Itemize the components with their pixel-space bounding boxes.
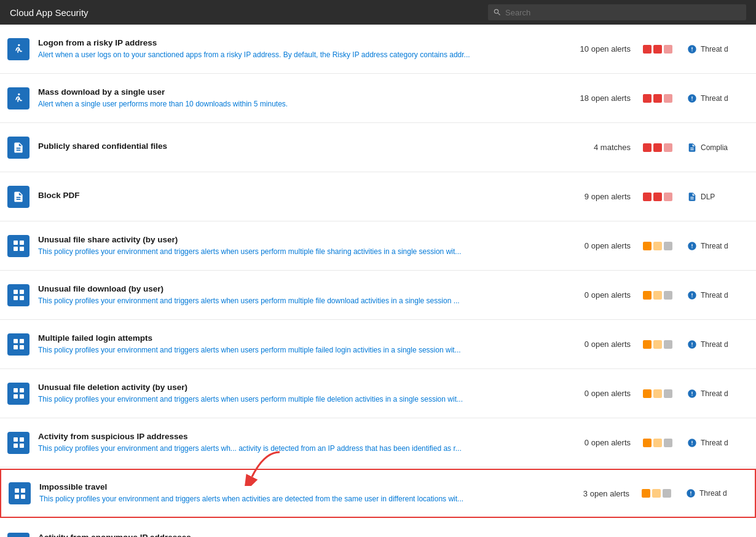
severity-block-2 bbox=[652, 489, 661, 498]
policy-alerts: 3 open alerts bbox=[568, 489, 642, 498]
policy-name: Unusual file download (by user) bbox=[38, 284, 569, 293]
severity-block-3 bbox=[664, 242, 672, 250]
policy-row[interactable]: Unusual file download (by user) This pol… bbox=[0, 271, 756, 320]
policy-type-label: Threat d bbox=[701, 439, 728, 447]
severity-block-2 bbox=[653, 94, 662, 103]
policy-icon bbox=[7, 186, 30, 208]
severity-block-2 bbox=[653, 291, 662, 300]
policy-icon bbox=[7, 383, 30, 405]
severity-block-2 bbox=[653, 242, 662, 250]
policy-description: This policy profiles your environment an… bbox=[38, 247, 481, 257]
search-bar[interactable] bbox=[488, 4, 746, 20]
policy-icon bbox=[7, 38, 30, 60]
threat-icon bbox=[687, 241, 697, 251]
file-icon bbox=[12, 141, 25, 154]
severity-block-3 bbox=[664, 94, 672, 103]
severity-block-3 bbox=[664, 143, 672, 152]
policy-row[interactable]: Block PDF 9 open alerts DLP bbox=[0, 172, 756, 221]
policy-content: Unusual file share activity (by user) Th… bbox=[38, 235, 569, 257]
policy-description: This policy profiles your environment an… bbox=[38, 394, 481, 405]
severity-block-3 bbox=[664, 291, 672, 300]
severity-block-2 bbox=[653, 389, 662, 398]
policy-type-label: Complia bbox=[701, 143, 728, 152]
policy-row[interactable]: Activity from suspicious IP addresses Th… bbox=[0, 418, 756, 467]
policy-type: Complia bbox=[687, 143, 749, 153]
person-run-icon bbox=[12, 43, 25, 55]
policy-row[interactable]: Multiple failed login attempts This poli… bbox=[0, 320, 756, 369]
policy-type: Threat d bbox=[687, 290, 749, 300]
severity-block-1 bbox=[643, 242, 652, 250]
policy-severity bbox=[643, 94, 677, 103]
policy-content: Multiple failed login attempts This poli… bbox=[38, 333, 569, 356]
search-input[interactable] bbox=[505, 8, 741, 17]
policy-content: Block PDF bbox=[38, 191, 569, 202]
severity-block-1 bbox=[643, 291, 652, 300]
policy-name: Unusual file share activity (by user) bbox=[38, 235, 569, 244]
policy-type: Threat d bbox=[687, 44, 749, 54]
policy-type: Threat d bbox=[687, 340, 749, 349]
compliance-icon bbox=[687, 143, 697, 153]
policy-alerts: 0 open alerts bbox=[569, 241, 643, 250]
severity-block-2 bbox=[653, 193, 662, 201]
threat-icon bbox=[687, 438, 697, 448]
policy-name: Unusual file deletion activity (by user) bbox=[38, 383, 569, 392]
app-title: Cloud App Security bbox=[10, 7, 89, 18]
search-icon bbox=[493, 8, 502, 17]
policy-row[interactable]: Mass download by a single user Alert whe… bbox=[0, 74, 756, 123]
policy-row[interactable]: Unusual file share activity (by user) Th… bbox=[0, 221, 756, 271]
threat-icon bbox=[686, 488, 696, 498]
policy-severity bbox=[643, 143, 677, 152]
policy-row[interactable]: Activity from anonymous IP addresses Thi… bbox=[0, 519, 756, 537]
policy-name: Mass download by a single user bbox=[38, 87, 569, 97]
severity-block-1 bbox=[643, 193, 652, 201]
policy-type-label: Threat d bbox=[699, 489, 727, 498]
policy-icon bbox=[7, 284, 30, 306]
severity-block-2 bbox=[653, 143, 662, 152]
policy-content: Activity from suspicious IP addresses Th… bbox=[38, 432, 569, 454]
policy-severity bbox=[643, 291, 677, 300]
policy-row[interactable]: Unusual file deletion activity (by user)… bbox=[0, 369, 756, 418]
threat-icon bbox=[687, 389, 697, 399]
dlp-icon bbox=[687, 192, 697, 202]
person-run-icon bbox=[12, 92, 25, 105]
policy-alerts: 4 matches bbox=[569, 143, 643, 152]
severity-block-3 bbox=[663, 489, 671, 498]
policy-row[interactable]: Impossible travel This policy profiles y… bbox=[0, 469, 756, 518]
policy-name: Block PDF bbox=[38, 191, 569, 200]
policy-type-label: Threat d bbox=[701, 389, 728, 398]
policy-row[interactable]: Logon from a risky IP address Alert when… bbox=[0, 25, 756, 74]
policy-type-label: Threat d bbox=[701, 45, 728, 54]
policy-description: This policy profiles your environment an… bbox=[38, 345, 481, 356]
policy-type-label: Threat d bbox=[701, 291, 728, 300]
policy-type-label: Threat d bbox=[701, 94, 728, 103]
policy-type: Threat d bbox=[687, 241, 749, 251]
file-icon bbox=[12, 191, 25, 203]
policy-row[interactable]: Publicly shared confidential files 4 mat… bbox=[0, 123, 756, 172]
severity-block-1 bbox=[643, 340, 652, 349]
grid-icon bbox=[14, 290, 24, 300]
policy-severity bbox=[643, 439, 677, 447]
severity-block-3 bbox=[664, 45, 672, 54]
policy-content: Logon from a risky IP address Alert when… bbox=[38, 38, 569, 60]
grid-icon bbox=[14, 241, 24, 251]
policy-severity bbox=[643, 242, 677, 250]
policy-icon bbox=[7, 137, 30, 159]
severity-block-1 bbox=[643, 45, 652, 54]
policy-description: This policy profiles your environment an… bbox=[39, 494, 482, 504]
severity-block-1 bbox=[643, 389, 652, 398]
svg-point-0 bbox=[18, 44, 20, 46]
severity-block-2 bbox=[653, 45, 662, 54]
policy-list: Logon from a risky IP address Alert when… bbox=[0, 25, 756, 537]
severity-block-1 bbox=[643, 143, 652, 152]
severity-block-2 bbox=[653, 340, 662, 349]
policy-icon bbox=[7, 235, 30, 257]
policy-alerts: 0 open alerts bbox=[569, 389, 643, 398]
policy-description: This policy profiles your environment an… bbox=[38, 444, 481, 454]
policy-name: Impossible travel bbox=[39, 482, 568, 491]
policy-content: Activity from anonymous IP addresses Thi… bbox=[38, 533, 569, 537]
policy-alerts: 9 open alerts bbox=[569, 192, 643, 201]
threat-icon bbox=[687, 290, 697, 300]
policy-name: Multiple failed login attempts bbox=[38, 333, 569, 343]
policy-name: Activity from suspicious IP addresses bbox=[38, 432, 569, 441]
severity-block-3 bbox=[664, 193, 672, 201]
